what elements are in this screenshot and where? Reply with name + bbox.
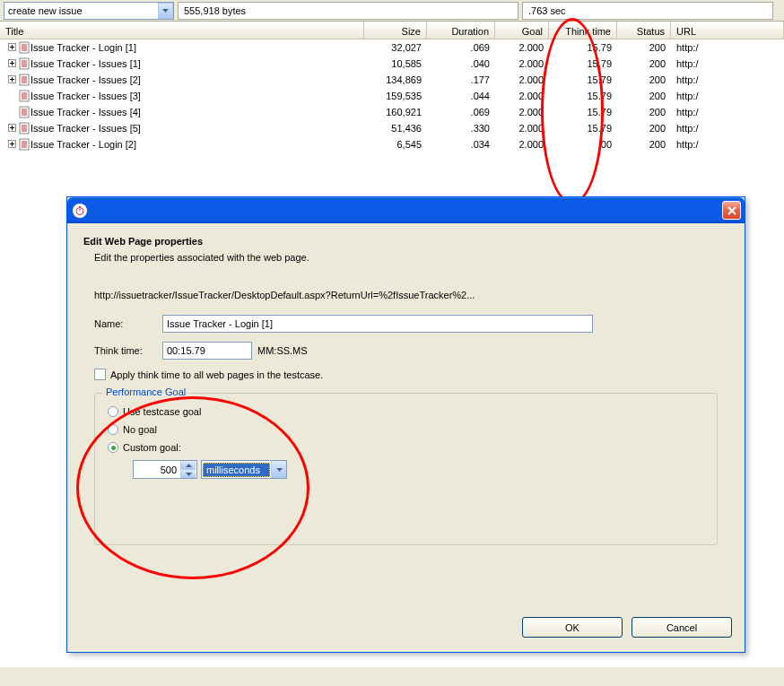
chevron-down-icon[interactable] — [158, 3, 173, 19]
table-row[interactable]: Issue Tracker - Issues [1]10,585.0402.00… — [0, 56, 784, 72]
row-size: 134,869 — [364, 72, 427, 88]
row-size: 10,585 — [364, 56, 427, 72]
name-input[interactable] — [162, 315, 593, 333]
col-think[interactable]: Think time — [549, 22, 617, 39]
think-label: Think time: — [94, 345, 162, 356]
radio-custom-goal[interactable] — [108, 442, 118, 453]
think-time-input[interactable] — [162, 342, 252, 360]
svg-rect-19 — [20, 74, 29, 85]
stopwatch-icon — [73, 204, 87, 218]
expand-icon[interactable] — [5, 124, 18, 132]
row-size: 32,027 — [364, 39, 427, 56]
row-think: 15.79 — [549, 88, 617, 104]
table-row[interactable]: Issue Tracker - Issues [2]134,869.1772.0… — [0, 72, 784, 88]
svg-rect-51 — [20, 139, 29, 150]
row-status: 200 — [617, 72, 671, 88]
svg-rect-58 — [79, 206, 81, 208]
expand-icon[interactable] — [5, 140, 18, 148]
document-icon — [18, 57, 30, 70]
col-url[interactable]: URL — [671, 22, 784, 39]
row-duration: .069 — [427, 104, 495, 120]
close-button[interactable] — [722, 201, 741, 220]
document-icon — [18, 138, 30, 151]
expand-icon[interactable] — [5, 59, 18, 67]
spin-up-icon[interactable] — [181, 461, 196, 469]
expand-icon[interactable] — [5, 43, 18, 51]
row-title: Issue Tracker - Issues [4] — [30, 104, 141, 120]
custom-goal-unit-value: milliseconds — [203, 463, 270, 477]
row-size: 6,545 — [364, 136, 427, 152]
row-goal: 2.000 — [495, 88, 549, 104]
radio-no-goal-label: No goal — [123, 424, 157, 435]
radio-testcase-goal[interactable] — [108, 406, 118, 417]
radio-no-goal[interactable] — [108, 424, 118, 435]
spin-down-icon[interactable] — [181, 469, 196, 478]
row-status: 200 — [617, 136, 671, 152]
document-icon — [18, 74, 30, 86]
dialog-titlebar[interactable] — [67, 197, 745, 223]
row-duration: .044 — [427, 88, 495, 104]
row-status: 200 — [617, 120, 671, 136]
row-url: http:/ — [671, 88, 784, 104]
row-duration: .040 — [427, 56, 495, 72]
row-goal: 2.000 — [495, 120, 549, 136]
svg-rect-35 — [20, 107, 29, 117]
testcase-dropdown[interactable]: create new issue — [4, 2, 174, 20]
ok-button[interactable]: OK — [522, 617, 623, 638]
row-think: .00 — [549, 136, 617, 152]
row-title: Issue Tracker - Login [2] — [30, 136, 136, 152]
name-label: Name: — [94, 318, 162, 329]
row-goal: 2.000 — [495, 39, 549, 56]
radio-custom-goal-label: Custom goal: — [123, 442, 181, 453]
table-row[interactable]: Issue Tracker - Issues [4]160,921.0692.0… — [0, 104, 784, 120]
row-duration: .330 — [427, 120, 495, 136]
row-duration: .069 — [427, 39, 495, 56]
table-row[interactable]: Issue Tracker - Issues [3]159,535.0442.0… — [0, 88, 784, 104]
row-title: Issue Tracker - Issues [3] — [30, 88, 141, 104]
row-think: 15.79 — [549, 120, 617, 136]
col-duration[interactable]: Duration — [427, 22, 495, 39]
row-think: 15.79 — [549, 39, 617, 56]
row-url: http:/ — [671, 120, 784, 136]
row-size: 159,535 — [364, 88, 427, 104]
svg-rect-3 — [20, 42, 29, 53]
row-status: 200 — [617, 56, 671, 72]
row-title: Issue Tracker - Login [1] — [30, 39, 136, 56]
apply-thinktime-checkbox[interactable] — [94, 369, 106, 380]
custom-goal-unit-select[interactable]: milliseconds — [201, 460, 287, 479]
svg-rect-27 — [20, 91, 29, 101]
row-title: Issue Tracker - Issues [1] — [30, 56, 141, 72]
row-duration: .177 — [427, 72, 495, 88]
document-icon — [18, 106, 30, 118]
col-title[interactable]: Title — [0, 22, 364, 39]
dialog-subheading: Edit the properties associated with the … — [94, 252, 728, 263]
col-goal[interactable]: Goal — [495, 22, 549, 39]
col-size[interactable]: Size — [364, 22, 427, 39]
row-goal: 2.000 — [495, 72, 549, 88]
row-url: http:/ — [671, 72, 784, 88]
document-icon — [18, 41, 30, 54]
chevron-down-icon[interactable] — [271, 461, 286, 478]
row-goal: 2.000 — [495, 56, 549, 72]
row-title: Issue Tracker - Issues [2] — [30, 72, 141, 88]
table-row[interactable]: Issue Tracker - Login [2]6,545.0342.000.… — [0, 136, 784, 152]
custom-goal-spinner[interactable] — [133, 460, 197, 479]
testcase-dropdown-value: create new issue — [4, 5, 158, 16]
expand-icon[interactable] — [5, 75, 18, 83]
table-row[interactable]: Issue Tracker - Issues [5]51,436.3302.00… — [0, 120, 784, 136]
row-url: http:/ — [671, 104, 784, 120]
row-url: http:/ — [671, 136, 784, 152]
radio-testcase-goal-label: Use testcase goal — [123, 406, 201, 417]
row-size: 51,436 — [364, 120, 427, 136]
table-row[interactable]: Issue Tracker - Login [1]32,027.0692.000… — [0, 39, 784, 56]
dialog-heading: Edit Web Page properties — [83, 236, 728, 247]
cancel-button[interactable]: Cancel — [632, 617, 732, 638]
svg-rect-11 — [20, 58, 29, 69]
custom-goal-input[interactable] — [134, 461, 180, 478]
svg-rect-43 — [20, 123, 29, 134]
dialog-url: http://issuetracker/IssueTracker/Desktop… — [83, 290, 728, 300]
row-status: 200 — [617, 39, 671, 56]
col-status[interactable]: Status — [617, 22, 671, 39]
row-url: http:/ — [671, 56, 784, 72]
edit-webpage-dialog: Edit Web Page properties Edit the proper… — [66, 196, 745, 653]
